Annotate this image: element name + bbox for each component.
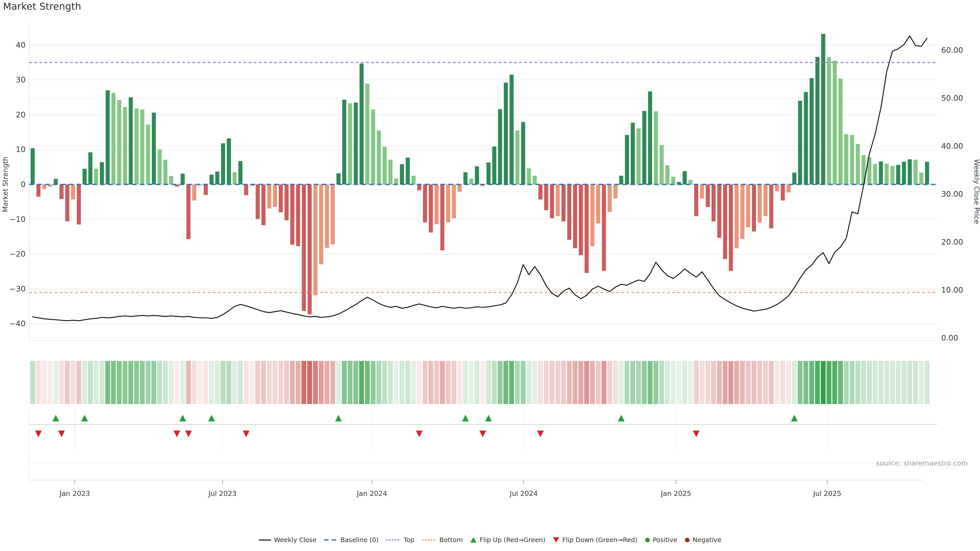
right-axis-tick-label: 20.00: [941, 238, 963, 246]
strength-bar: [752, 184, 756, 231]
heat-cell: [394, 361, 399, 404]
heat-cell: [175, 361, 180, 404]
strength-bar: [117, 100, 121, 184]
left-axis-tick-label: −10: [10, 215, 25, 224]
heat-cell: [71, 361, 76, 404]
heat-cell: [567, 361, 572, 404]
right-axis-tick-label: 60.00: [941, 46, 963, 55]
heat-cell: [232, 361, 237, 404]
heat-cell: [411, 361, 416, 404]
flip-down-marker: [58, 430, 65, 437]
heat-cell: [665, 361, 670, 404]
heat-cell: [775, 361, 780, 404]
strength-bar: [65, 184, 69, 221]
heat-cell: [504, 361, 508, 404]
heat-cell: [76, 361, 81, 404]
strength-bar: [608, 184, 612, 212]
strength-bar: [533, 176, 537, 184]
flip-down-marker: [416, 430, 423, 437]
strength-bar: [106, 90, 110, 184]
heat-cell: [117, 361, 122, 404]
strength-bar: [423, 184, 427, 222]
heat-cell: [215, 361, 220, 404]
strength-bar: [631, 123, 635, 184]
heat-cell: [261, 361, 266, 404]
heat-cell: [480, 361, 485, 404]
strength-bar: [527, 168, 531, 184]
right-axis-tick-label: 10.00: [941, 286, 963, 294]
heat-cell: [319, 361, 324, 404]
flip-up-marker: [180, 415, 186, 421]
strength-bar: [567, 184, 571, 240]
heat-cell: [700, 361, 704, 404]
strength-bar: [665, 165, 670, 184]
strength-bar: [758, 184, 762, 222]
triangle-down-icon: [553, 537, 559, 543]
heat-cell: [659, 361, 664, 404]
heat-cell: [578, 361, 583, 404]
strength-bar: [538, 184, 542, 200]
strength-bar: [602, 184, 606, 271]
heat-cell: [296, 361, 301, 404]
heat-cell: [452, 361, 456, 404]
strength-bar: [342, 100, 346, 184]
strength-bar: [844, 134, 848, 184]
strength-bar: [804, 92, 808, 184]
heat-cell: [30, 361, 35, 404]
legend-label: Positive: [653, 536, 677, 544]
heat-cell: [498, 361, 503, 404]
heat-cell: [729, 361, 733, 404]
right-axis-tick-label: 50.00: [941, 94, 963, 103]
heat-cell: [688, 361, 693, 404]
strength-bar: [781, 184, 785, 200]
heat-cell: [209, 361, 214, 404]
heat-cell: [342, 361, 347, 404]
strength-bar: [718, 184, 721, 238]
strength-bar: [394, 179, 398, 184]
strength-bar: [654, 111, 658, 184]
heat-cell: [197, 361, 202, 404]
legend: Weekly CloseBaseline (0)TopBottomFlip Up…: [0, 536, 980, 544]
strength-bar: [798, 101, 802, 184]
strength-bar: [671, 177, 675, 184]
strength-bar: [619, 176, 623, 184]
heat-cell: [88, 361, 93, 404]
heat-cell: [827, 361, 832, 404]
strength-bar: [210, 175, 213, 184]
flip-down-marker: [173, 430, 180, 437]
heat-cell: [798, 361, 803, 404]
strength-bar: [821, 34, 825, 184]
heat-cell: [440, 361, 445, 404]
heat-cell: [746, 361, 751, 404]
strength-bar: [88, 152, 92, 184]
strength-bar: [908, 159, 912, 184]
heat-cell: [348, 361, 352, 404]
strength-bar: [279, 184, 283, 212]
heat-cell: [642, 361, 647, 404]
strength-bar: [111, 93, 116, 184]
strength-bar: [290, 184, 294, 245]
legend-item-weekly-close: Weekly Close: [259, 536, 317, 544]
flip-down-marker: [243, 430, 250, 437]
heat-cell: [169, 361, 173, 404]
strength-bar: [827, 57, 831, 184]
strength-bar: [221, 143, 225, 184]
heat-cell: [555, 361, 560, 404]
heat-cell: [608, 361, 612, 404]
heat-cell: [492, 361, 496, 404]
strength-bar: [204, 184, 208, 195]
flip-down-marker: [537, 430, 544, 437]
legend-item-flip-down-green-red: Flip Down (Green→Red): [553, 536, 638, 544]
strength-bar: [735, 184, 738, 248]
strength-bar: [585, 184, 589, 273]
heat-cell: [255, 361, 260, 404]
heat-cell: [711, 361, 716, 404]
strength-bar: [504, 83, 508, 184]
heat-cell: [82, 361, 87, 404]
strength-bar: [452, 184, 456, 218]
strength-bar: [215, 171, 220, 184]
heat-cell: [313, 361, 318, 404]
legend-item-negative: Negative: [685, 536, 721, 544]
legend-label: Negative: [693, 536, 721, 544]
strength-bar: [492, 146, 496, 184]
